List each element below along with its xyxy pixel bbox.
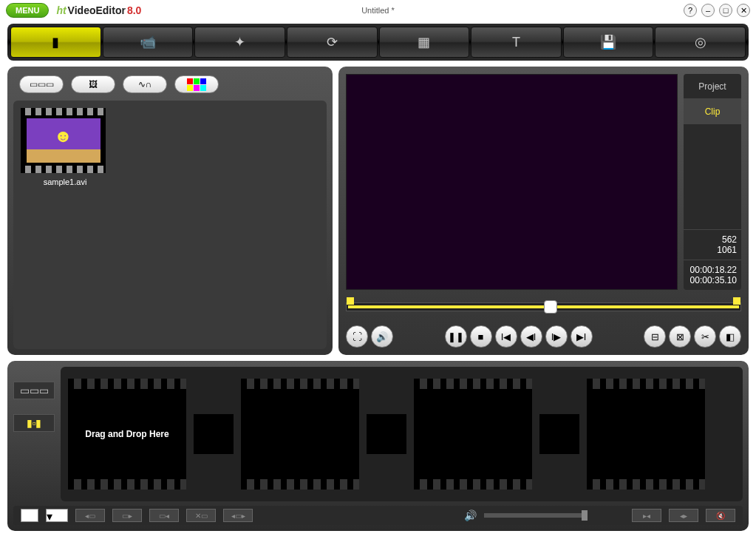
sb-btn-5[interactable]: ◂▭▸ [223, 509, 253, 522]
clip-thumbnail [21, 108, 106, 173]
view-mode-button[interactable] [21, 509, 38, 522]
storyboard-panel: ▭▭▭ ▮▫▮ Drag and Drop Here ▾ ◂▭ ▭▸ ▭◂ ✕▭… [7, 361, 749, 531]
storyboard-slot[interactable] [241, 379, 359, 490]
lib-tab-image[interactable]: 🖼 [71, 75, 115, 93]
tab-clip[interactable]: Clip [684, 99, 741, 124]
next-button[interactable]: ▶I [571, 325, 593, 348]
pause-button[interactable]: ❚❚ [445, 325, 467, 348]
menu-button[interactable]: MENU [6, 3, 49, 18]
app-logo: ht VideoEditor 8.0 [56, 4, 141, 16]
image-icon: 🖼 [89, 79, 98, 89]
reel-icon: ⟳ [327, 34, 338, 50]
help-button[interactable]: ? [684, 4, 697, 17]
preview-panel: Project Clip 562 1061 00:00:18.22 00:00:… [338, 67, 749, 355]
title-bar: MENU ht VideoEditor 8.0 Untitled * ? – □… [0, 0, 756, 21]
document-title: Untitled * [361, 6, 395, 15]
camera-icon: 📹 [140, 34, 156, 50]
cut-button[interactable]: ✂ [694, 325, 716, 348]
minimize-button[interactable]: – [701, 4, 715, 17]
main-toolbar: ▮ 📹 ✦ ⟳ ▦ T 💾 ◎ [7, 24, 749, 61]
tool-transitions[interactable]: ⟳ [287, 27, 378, 58]
fullscreen-button[interactable]: ⛶ [346, 325, 368, 348]
out-marker[interactable] [733, 297, 740, 305]
logo-prefix: ht [56, 4, 66, 16]
tool-text[interactable]: T [471, 27, 562, 58]
video-preview[interactable] [346, 74, 678, 290]
wand-icon: ✦ [234, 34, 245, 50]
filmstrip-icon: ▦ [418, 34, 430, 50]
disc-icon: ◎ [695, 34, 706, 50]
timeline-mode-button[interactable]: ▭▭▭ [13, 382, 55, 399]
logo-name: VideoEditor [68, 4, 126, 16]
audio-icon: ∿∩ [138, 79, 152, 89]
transition-slot[interactable] [194, 414, 234, 454]
zoom-dropdown[interactable]: ▾ [46, 509, 68, 522]
transition-slot[interactable] [539, 414, 579, 454]
volume-slider[interactable] [484, 513, 588, 518]
frame-current: 562 [688, 234, 737, 245]
tool-file[interactable]: ▮ [10, 27, 101, 58]
mark-out-button[interactable]: ⊠ [669, 325, 691, 348]
tool-export[interactable]: ◎ [655, 27, 746, 58]
storyboard-mode-button[interactable]: ▮▫▮ [13, 414, 55, 432]
scrub-bar[interactable] [346, 296, 741, 318]
transition-slot[interactable] [367, 414, 406, 454]
erase-button[interactable]: ◧ [719, 325, 741, 348]
frame-total: 1061 [688, 245, 737, 255]
in-marker[interactable] [347, 297, 354, 305]
prev-button[interactable]: I◀ [495, 325, 517, 348]
sb-btn-1[interactable]: ◂▭ [75, 509, 105, 522]
stop-button[interactable]: ■ [470, 325, 492, 348]
sb-btn-3[interactable]: ▭◂ [149, 509, 179, 522]
time-counter: 00:00:18.22 00:00:35.10 [684, 260, 741, 290]
file-icon: ▮ [52, 34, 59, 50]
tool-save[interactable]: 💾 [563, 27, 654, 58]
lib-tab-audio[interactable]: ∿∩ [123, 75, 167, 93]
maximize-button[interactable]: □ [719, 4, 732, 17]
clip-filename: sample1.avi [21, 177, 109, 186]
sb-btn-4[interactable]: ✕▭ [186, 509, 216, 522]
time-total: 00:00:35.10 [688, 275, 737, 285]
clip-item[interactable]: sample1.avi [21, 108, 109, 186]
storyboard-track[interactable]: Drag and Drop Here [61, 367, 743, 501]
tool-clips[interactable]: ▦ [379, 27, 470, 58]
transport-controls: ⛶ 🔊 ❚❚ ■ I◀ ◀I I▶ ▶I ⊟ ⊠ ✂ ◧ [346, 325, 741, 348]
speaker-icon: 🔊 [464, 510, 477, 521]
text-icon: T [512, 35, 520, 50]
storyboard-slot[interactable] [414, 379, 532, 490]
color-grid-icon [187, 78, 206, 91]
tool-effects[interactable]: ✦ [194, 27, 285, 58]
storyboard-mode-switch: ▭▭▭ ▮▫▮ [13, 367, 55, 501]
tool-capture[interactable]: 📹 [103, 27, 194, 58]
film-icon: ▭▭▭ [30, 79, 54, 89]
preview-sidebar: Project Clip 562 1061 00:00:18.22 00:00:… [684, 74, 741, 290]
step-fwd-button[interactable]: I▶ [545, 325, 568, 348]
library-panel: ▭▭▭ 🖼 ∿∩ sample1.avi [7, 67, 333, 355]
storyboard-toolbar: ▾ ◂▭ ▭▸ ▭◂ ✕▭ ◂▭▸ 🔊 ▸◂ ◂▸ 🔇 [13, 506, 743, 525]
tab-project[interactable]: Project [684, 74, 741, 99]
volume-button[interactable]: 🔊 [371, 325, 393, 348]
close-button[interactable]: ✕ [737, 4, 750, 17]
storyboard-slot[interactable]: Drag and Drop Here [68, 379, 186, 490]
mark-in-button[interactable]: ⊟ [644, 325, 666, 348]
frame-counter: 562 1061 [684, 229, 741, 260]
time-current: 00:00:18.22 [688, 265, 737, 275]
save-icon: 💾 [600, 34, 616, 50]
library-content[interactable]: sample1.avi [13, 101, 327, 349]
lib-tab-video[interactable]: ▭▭▭ [19, 75, 64, 93]
nav-next-button[interactable]: ◂▸ [669, 509, 698, 522]
playhead[interactable] [544, 300, 557, 314]
nav-prev-button[interactable]: ▸◂ [632, 509, 661, 522]
step-back-button[interactable]: ◀I [520, 325, 542, 348]
storyboard-slot[interactable] [587, 379, 705, 490]
mute-button[interactable]: 🔇 [706, 509, 735, 522]
drop-hint: Drag and Drop Here [85, 428, 168, 441]
logo-version: 8.0 [127, 4, 141, 16]
lib-tab-color[interactable] [174, 75, 219, 93]
sb-btn-2[interactable]: ▭▸ [112, 509, 142, 522]
